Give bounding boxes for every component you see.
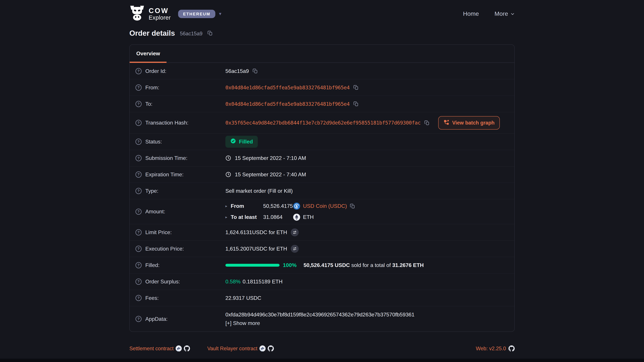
copy-icon[interactable] (208, 30, 213, 36)
clock-icon (226, 155, 231, 161)
amount-from-token-link[interactable]: USD Coin (USDC) (303, 203, 347, 209)
cow-logo-icon (129, 5, 145, 22)
row-label-text: Order Id: (145, 68, 166, 74)
help-icon[interactable]: ? (136, 262, 142, 268)
copy-icon[interactable] (350, 203, 355, 209)
network-badge[interactable]: ETHEREUM (178, 10, 215, 18)
page-title-row: Order details 56ac15a9 (129, 29, 514, 37)
view-batch-graph-button[interactable]: View batch graph (438, 116, 500, 130)
from-address-link[interactable]: 0x04d84e1d86cfad5ffea5e9ab833276481bf965… (226, 85, 350, 90)
invert-price-icon[interactable] (291, 245, 299, 253)
filled-progress-track (226, 264, 280, 267)
row-label-text: Fees: (145, 295, 159, 301)
main-area: COW Explorer ETHEREUM ▼ Home More (0, 0, 644, 359)
eth-token-icon (293, 214, 300, 221)
nav-home[interactable]: Home (463, 10, 479, 17)
row-order-surplus: ?Order Surplus: 0.58% 0.18115189 ETH (130, 273, 514, 290)
help-icon[interactable]: ? (136, 209, 142, 215)
expiration-time-value: 15 September 2022 - 7:40 AM (235, 171, 306, 178)
triangle-right-icon: ▸ (226, 215, 231, 219)
settlement-contract-link[interactable]: Settlement contract (129, 346, 174, 352)
help-icon[interactable]: ? (136, 84, 142, 91)
copy-icon[interactable] (252, 68, 258, 74)
row-type: ?Type: Sell market order (Fill or Kill) (130, 183, 514, 199)
help-icon[interactable]: ? (136, 120, 142, 126)
github-icon[interactable] (508, 346, 515, 352)
tx-hash-link[interactable]: 0x35f65ec4a9d84e27bdb6844f13e7cb72d9de62… (226, 120, 420, 126)
filled-progress-bar (226, 264, 280, 267)
copy-icon[interactable] (353, 85, 359, 90)
github-icon[interactable] (184, 346, 190, 352)
help-icon[interactable]: ? (136, 229, 142, 236)
page: COW Explorer ETHEREUM ▼ Home More (0, 0, 644, 362)
footer: Settlement contract Vault Relayer contra… (129, 346, 514, 352)
top-bar: COW Explorer ETHEREUM ▼ Home More (0, 0, 644, 22)
row-execution-price: ?Execution Price: 1,615.2007USDC for ETH (130, 240, 514, 257)
row-appdata: ?AppData: 0xfda28b94d496c30e7bf8d159f8e2… (130, 306, 514, 332)
chevron-down-icon: ▼ (218, 12, 222, 16)
help-icon[interactable]: ? (136, 68, 142, 74)
amount-from-line: ▸ From 50,526.4175 $ USD Coin (USDC) (226, 203, 355, 210)
copy-icon[interactable] (424, 120, 430, 125)
usdc-token-icon: $ (293, 203, 300, 210)
web-version-link[interactable]: Web: v2.25.0 (476, 346, 506, 352)
cow-explorer-logo[interactable]: COW Explorer (129, 5, 171, 22)
vault-relayer-contract-group: Vault Relayer contract (207, 346, 274, 352)
amount-to-value: 31.0864 (263, 214, 293, 220)
surplus-percent: 0.58% (226, 279, 240, 285)
network-selector[interactable]: ETHEREUM ▼ (178, 10, 222, 18)
help-icon[interactable]: ? (136, 316, 142, 322)
submission-time-value: 15 September 2022 - 7:10 AM (235, 155, 306, 161)
clock-icon (226, 172, 231, 177)
row-label-text: Order Surplus: (145, 279, 180, 285)
row-label-text: Filled: (145, 262, 160, 268)
chevron-down-icon (510, 12, 514, 16)
execution-price-value: 1,615.2007USDC for ETH (226, 246, 287, 252)
amount-to-label: To at least (231, 214, 263, 220)
help-icon[interactable]: ? (136, 101, 142, 107)
github-icon[interactable] (268, 346, 274, 352)
help-icon[interactable]: ? (136, 246, 142, 252)
triangle-right-icon: ▸ (226, 204, 231, 208)
help-icon[interactable]: ? (136, 139, 142, 145)
row-label-text: Amount: (145, 209, 165, 215)
help-icon[interactable]: ? (136, 279, 142, 285)
brand-subtitle: Explorer (149, 14, 171, 21)
vault-relayer-contract-link[interactable]: Vault Relayer contract (207, 346, 258, 352)
tab-bar: Overview (130, 45, 514, 63)
brand-name: COW (149, 7, 171, 14)
filled-summary: 50,526.4175 USDC sold for a total of 31.… (304, 262, 424, 268)
row-label-text: Execution Price: (145, 246, 184, 252)
etherscan-icon[interactable] (260, 346, 266, 352)
order-short-id: 56ac15a9 (180, 30, 202, 36)
row-fees: ?Fees: 22.9317 USDC (130, 290, 514, 306)
invert-price-icon[interactable] (291, 228, 299, 236)
web-version-group: Web: v2.25.0 (476, 346, 514, 352)
row-label-text: Expiration Time: (145, 171, 184, 178)
row-label-text: To: (145, 101, 152, 107)
show-more-toggle[interactable]: [+] Show more (226, 320, 260, 326)
appdata-hash: 0xfda28b94d496c30e7bf8d159f8e2c439692657… (226, 312, 414, 318)
check-circle-icon (230, 138, 236, 145)
help-icon[interactable]: ? (136, 171, 142, 178)
row-filled: ?Filled: 100% 50,526.4175 USDC sold for … (130, 257, 514, 273)
status-badge: Filled (226, 136, 258, 148)
amount-to-line: ▸ To at least 31.0864 ETH (226, 214, 355, 221)
etherscan-icon[interactable] (176, 346, 182, 352)
help-icon[interactable]: ? (136, 155, 142, 161)
row-expiration-time: ?Expiration Time: 15 September 2022 - 7:… (130, 166, 514, 183)
fees-value: 22.9317 USDC (226, 295, 261, 301)
settlement-contract-group: Settlement contract (129, 346, 190, 352)
help-icon[interactable]: ? (136, 188, 142, 194)
row-status: ?Status: Filled (130, 133, 514, 150)
amount-from-value: 50,526.4175 (263, 203, 293, 209)
row-transaction-hash: ?Transaction Hash: 0x35f65ec4a9d84e27bdb… (130, 112, 514, 133)
to-address-link[interactable]: 0x04d84e1d86cfad5ffea5e9ab833276481bf965… (226, 101, 350, 107)
copy-icon[interactable] (353, 101, 359, 107)
help-icon[interactable]: ? (136, 295, 142, 301)
row-label-text: Transaction Hash: (145, 120, 188, 126)
amount-from-label: From (231, 203, 263, 209)
nav-more[interactable]: More (494, 10, 515, 17)
order-id-value: 56ac15a9 (226, 68, 249, 74)
tab-overview[interactable]: Overview (130, 45, 166, 62)
